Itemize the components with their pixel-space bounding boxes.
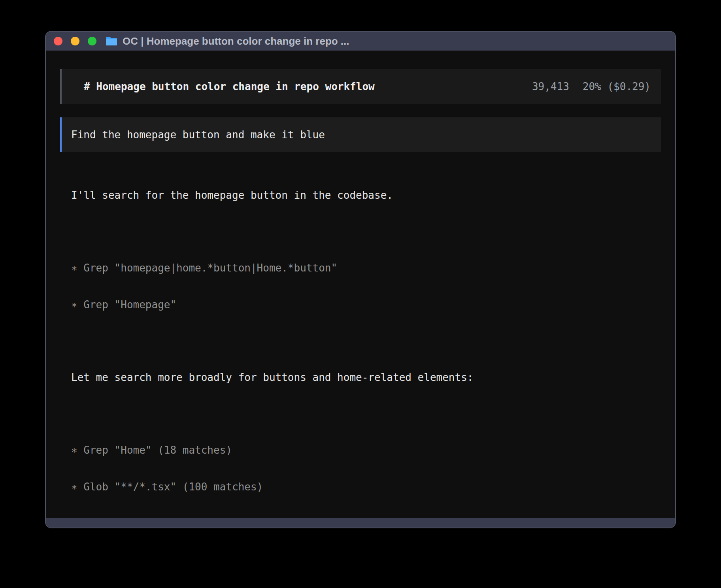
session-header: # Homepage button color change in repo w… (60, 69, 661, 104)
minimize-button[interactable] (71, 37, 79, 45)
context-usage: 20% ($0.29) (583, 81, 651, 92)
tool-call-line: ∗ Grep "homepage|home.*button|Home.*butt… (71, 262, 661, 274)
user-message: Find the homepage button and make it blu… (60, 117, 661, 152)
user-message-text: Find the homepage button and make it blu… (71, 129, 325, 141)
token-count: 39,413 (532, 81, 569, 92)
session-title: # Homepage button color change in repo w… (84, 81, 375, 92)
zoom-button[interactable] (88, 37, 96, 45)
terminal-window: OC | Homepage button color change in rep… (45, 31, 676, 528)
tool-call-line: ∗ Glob "**/*.tsx" (100 matches) (71, 481, 661, 493)
window-title: OC | Homepage button color change in rep… (123, 35, 349, 47)
session-stats: 39,413 20% ($0.29) (532, 81, 651, 92)
tool-call-group: ∗ Grep "Home" (18 matches) ∗ Glob "**/*.… (71, 420, 661, 518)
close-button[interactable] (54, 37, 62, 45)
session-content: # Homepage button color change in repo w… (46, 51, 675, 518)
window-bottom-chrome (46, 518, 675, 528)
assistant-text: Let me search more broadly for buttons a… (71, 347, 661, 408)
traffic-lights (54, 37, 96, 45)
tool-call-line: ∗ Grep "Homepage" (71, 299, 661, 311)
window-titlebar[interactable]: OC | Homepage button color change in rep… (46, 32, 675, 51)
folder-icon (105, 36, 118, 46)
assistant-text: I'll search for the homepage button in t… (71, 165, 661, 226)
tool-call-group: ∗ Grep "homepage|home.*button|Home.*butt… (71, 237, 661, 335)
tool-call-line: ∗ Grep "Home" (18 matches) (71, 444, 661, 456)
